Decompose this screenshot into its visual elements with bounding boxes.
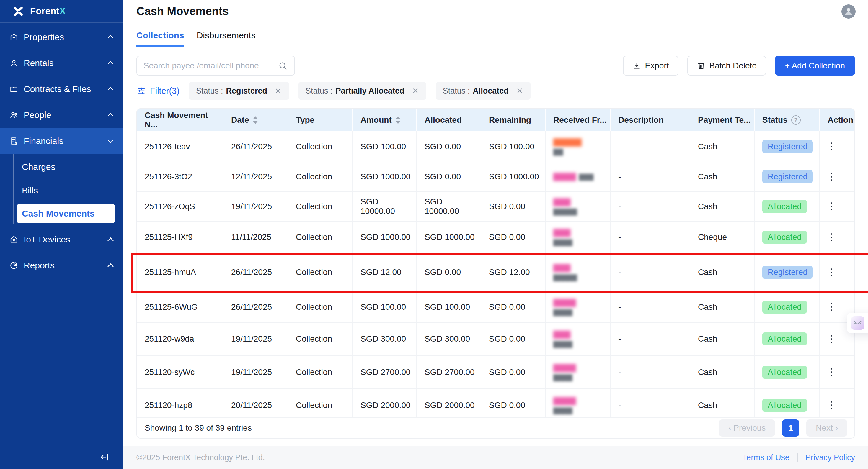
feedback-widget-button[interactable] — [851, 316, 864, 330]
status-badge: Allocated — [762, 200, 807, 213]
filter-button[interactable]: Filter(3) — [136, 86, 180, 96]
cell-remaining: SGD 12.00 — [480, 254, 545, 291]
cell-description: - — [610, 389, 690, 417]
tab-disbursements[interactable]: Disbursements — [197, 30, 256, 47]
cell-cash-movement-no: 251126-teav — [137, 131, 223, 162]
chevron-up-icon — [107, 35, 114, 41]
sidebar-item-reports[interactable]: Reports — [0, 253, 123, 278]
table-row[interactable]: 251125-6WuG 26/11/2025 Collection SGD 10… — [137, 291, 855, 322]
cell-remaining: SGD 0.00 — [480, 389, 545, 417]
filter-chip: Status : Allocated — [436, 82, 531, 100]
received-from-sub-redacted: ▇▇▇▇▇ — [553, 273, 576, 281]
cell-type: Collection — [287, 162, 352, 191]
status-badge: Allocated — [762, 231, 807, 244]
received-from-name-redacted[interactable]: ▇▇▇▇ — [553, 396, 576, 405]
col-header-status[interactable]: Status ? — [754, 109, 819, 131]
received-from-sub-redacted: ▇▇▇▇ — [553, 308, 576, 316]
cell-status: Allocated — [754, 323, 819, 355]
chip-close-icon[interactable] — [274, 87, 282, 95]
terms-of-use-link[interactable]: Terms of Use — [743, 453, 789, 462]
logo[interactable]: ForentX — [0, 0, 123, 23]
sidebar-item-iot-devices[interactable]: IoT Devices — [0, 227, 123, 253]
sidebar-item-people[interactable]: People — [0, 102, 123, 128]
sidebar-subitem-label: Cash Movements — [22, 208, 95, 219]
sidebar-item-financials[interactable]: $ Financials — [0, 128, 123, 154]
sidebar-footer — [0, 445, 123, 469]
row-actions-menu-icon[interactable] — [828, 265, 835, 279]
col-header-received-from[interactable]: Received Fr... — [545, 109, 610, 131]
sidebar-item-bills[interactable]: Bills — [0, 179, 123, 202]
cell-payment-term: Cash — [690, 131, 754, 162]
sidebar-item-rentals[interactable]: Rentals — [0, 50, 123, 76]
sidebar-item-label: People — [24, 110, 51, 120]
col-header-description[interactable]: Description — [610, 109, 690, 131]
row-actions-menu-icon[interactable] — [828, 300, 835, 314]
received-from-name-redacted[interactable]: ▇▇▇▇▇ — [553, 137, 581, 146]
row-actions-menu-icon[interactable] — [828, 365, 835, 379]
cell-payment-term: Cash — [690, 192, 754, 221]
add-collection-button[interactable]: + Add Collection — [775, 56, 855, 75]
table-row[interactable]: 251126-teav 26/11/2025 Collection SGD 10… — [137, 131, 855, 162]
sidebar-item-contracts-files[interactable]: Contracts & Files — [0, 76, 123, 102]
sidebar-item-properties[interactable]: Properties — [0, 24, 123, 50]
export-button[interactable]: Export — [623, 56, 678, 75]
received-from-name-redacted[interactable]: ▇▇▇▇ — [553, 172, 576, 181]
col-header-amount[interactable]: Amount — [352, 109, 416, 131]
user-avatar[interactable] — [841, 4, 856, 19]
row-actions-menu-icon[interactable] — [828, 170, 835, 184]
tab-collections[interactable]: Collections — [136, 30, 184, 47]
sidebar-item-charges[interactable]: Charges — [0, 155, 123, 179]
row-actions-menu-icon[interactable] — [828, 230, 835, 244]
help-icon[interactable]: ? — [791, 115, 801, 125]
received-from-sub-redacted: ▇▇▇▇ — [553, 340, 572, 348]
col-header-allocated[interactable]: Allocated — [416, 109, 480, 131]
table-row[interactable]: 251126-zOqS 19/11/2025 Collection SGD 10… — [137, 191, 855, 221]
received-from-sub-redacted: ▇▇▇▇▇ — [553, 208, 576, 215]
collapse-sidebar-icon[interactable] — [99, 452, 109, 462]
page-number-button[interactable]: 1 — [782, 420, 799, 437]
chevron-up-icon — [107, 263, 114, 269]
received-from-name-redacted[interactable]: ▇▇▇▇ — [553, 363, 576, 372]
privacy-policy-link[interactable]: Privacy Policy — [805, 453, 855, 462]
received-from-name-redacted[interactable]: ▇▇▇ — [553, 197, 576, 206]
cell-amount: SGD 10000.00 — [352, 192, 416, 221]
table-row[interactable]: 251120-hzp8 20/11/2025 Collection SGD 20… — [137, 389, 855, 417]
batch-delete-button[interactable]: Batch Delete — [687, 56, 766, 75]
previous-page-button[interactable]: ‹ Previous — [719, 420, 775, 437]
cell-status: Allocated — [754, 389, 819, 417]
cell-allocated: SGD 2700.00 — [416, 356, 480, 389]
received-from-name-redacted[interactable]: ▇▇▇ — [553, 228, 572, 237]
col-header-cash-movement-no[interactable]: Cash Movement N... — [137, 109, 223, 131]
table-row[interactable]: 251125-hmuA 26/11/2025 Collection SGD 12… — [137, 253, 855, 291]
table-row[interactable]: 251126-3tOZ 12/11/2025 Collection SGD 10… — [137, 162, 855, 191]
received-from-name-redacted[interactable]: ▇▇▇ — [553, 330, 572, 339]
tabs: Collections Disbursements — [136, 30, 855, 47]
sidebar-item-cash-movements[interactable]: Cash Movements — [17, 204, 115, 223]
next-page-button[interactable]: Next › — [806, 420, 847, 437]
row-actions-menu-icon[interactable] — [828, 199, 835, 213]
cell-description: - — [610, 292, 690, 322]
search-icon[interactable] — [278, 61, 288, 71]
col-header-type[interactable]: Type — [287, 109, 352, 131]
sort-icon[interactable] — [395, 116, 401, 124]
search-input[interactable] — [144, 61, 278, 70]
table-row[interactable]: 251125-HXf9 11/11/2025 Collection SGD 10… — [137, 221, 855, 253]
cell-amount: SGD 300.00 — [352, 323, 416, 355]
col-header-remaining[interactable]: Remaining — [480, 109, 545, 131]
received-from-name-redacted[interactable]: ▇▇▇ — [553, 263, 576, 272]
table-row[interactable]: 251120-syWc 19/11/2025 Collection SGD 27… — [137, 355, 855, 389]
cell-description: - — [610, 131, 690, 162]
brand-logo-icon — [12, 5, 25, 18]
received-from-name-redacted[interactable]: ▇▇▇▇ — [553, 298, 576, 307]
row-actions-menu-icon[interactable] — [828, 332, 835, 346]
row-actions-menu-icon[interactable] — [828, 139, 835, 154]
col-header-date[interactable]: Date — [223, 109, 287, 131]
chip-close-icon[interactable] — [516, 87, 523, 95]
row-actions-menu-icon[interactable] — [828, 398, 835, 412]
sort-icon[interactable] — [253, 116, 258, 124]
chip-close-icon[interactable] — [411, 87, 419, 95]
chevron-up-icon — [107, 237, 114, 243]
col-header-label: Payment Te... — [698, 115, 750, 125]
table-row[interactable]: 251120-w9da 19/11/2025 Collection SGD 30… — [137, 322, 855, 355]
col-header-payment-term[interactable]: Payment Te... — [690, 109, 754, 131]
